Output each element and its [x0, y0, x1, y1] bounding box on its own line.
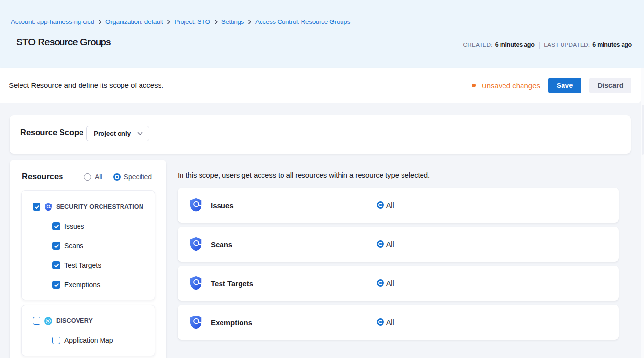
last-updated-value: 6 minutes ago [592, 42, 632, 48]
access-all-label[interactable]: All [386, 188, 394, 223]
chevron-right-icon [248, 20, 251, 24]
resource-type-card: Test Targets All [178, 266, 619, 301]
unsaved-changes-label: Unsaved changes [482, 82, 540, 90]
breadcrumb-item: Settings [221, 18, 255, 25]
chevron-right-icon [215, 20, 218, 24]
resource-type-row: Scans [22, 236, 155, 255]
access-all-radio[interactable] [377, 201, 384, 209]
resources-filter-radios: All Specified [84, 173, 152, 181]
toolbar-description: Select Resource and define its scope of … [9, 81, 163, 89]
chevron-right-icon [167, 20, 170, 24]
last-updated-label: LAST UPDATED: [544, 42, 590, 48]
resource-type-checkbox[interactable] [52, 261, 60, 269]
chevron-down-icon [137, 132, 143, 136]
sto-shield-icon [189, 276, 202, 292]
resource-scope-title: Resource Scope [20, 128, 83, 137]
resources-filter-option[interactable]: Specified [113, 173, 152, 181]
resources-filter-option[interactable]: All [84, 173, 102, 181]
sto-shield-icon [44, 203, 52, 211]
resource-type-checkbox[interactable] [52, 242, 60, 250]
sto-shield-icon [189, 198, 202, 214]
chevron-right-icon [99, 20, 101, 24]
resource-type-checkbox[interactable] [52, 281, 60, 289]
resource-type-row: Issues [22, 216, 155, 236]
unsaved-changes-status: Unsaved changes [472, 82, 540, 90]
access-all-label[interactable]: All [386, 305, 394, 340]
page-title: STO Resource Groups [16, 37, 111, 48]
resource-type-card: Exemptions All [178, 305, 619, 340]
breadcrumb: Account: app-harness-ng-cicd Organizatio… [11, 18, 350, 25]
breadcrumb-item: Access Control: Resource Groups [255, 18, 350, 25]
scrollbar-thumb[interactable] [642, 105, 644, 155]
access-all-label[interactable]: All [386, 266, 394, 301]
access-all-radio[interactable] [377, 279, 384, 287]
resources-title: Resources [22, 172, 63, 181]
resource-group-header: SECURITY ORCHESTRATION [22, 197, 155, 216]
resource-group-card: SECURITY ORCHESTRATION Issues Scans Test… [21, 190, 155, 300]
breadcrumb-item: Organization: default [105, 18, 174, 25]
toolbar-actions: Unsaved changes Save Discard [472, 78, 631, 93]
radio-icon[interactable] [113, 173, 121, 181]
resource-type-checkbox[interactable] [52, 337, 60, 344]
sto-shield-icon [189, 237, 202, 253]
radio-icon[interactable] [84, 173, 91, 181]
resource-type-row: Test Targets [22, 255, 155, 275]
save-button[interactable]: Save [548, 78, 581, 93]
resource-type-card: Issues All [178, 188, 619, 223]
resource-type-row: Exemptions [22, 275, 155, 295]
created-value: 6 minutes ago [495, 42, 535, 48]
meta-divider: | [539, 41, 541, 49]
group-checkbox[interactable] [33, 317, 40, 325]
unsaved-dot-icon [472, 84, 476, 87]
resource-scope-dropdown-value: Project only [94, 130, 137, 137]
resource-type-checkbox[interactable] [52, 222, 60, 230]
resource-group-card: DISCOVERY Application Map [21, 305, 155, 356]
discard-button[interactable]: Discard [589, 78, 631, 93]
resource-scope-dropdown[interactable]: Project only [86, 126, 149, 141]
scope-caption: In this scope, users get access to all r… [178, 171, 430, 179]
breadcrumb-item: Project: STO [174, 18, 221, 25]
access-all-label[interactable]: All [386, 227, 394, 262]
group-checkbox[interactable] [33, 203, 40, 211]
access-all-radio[interactable] [377, 240, 384, 248]
resource-group-header: DISCOVERY [22, 311, 155, 331]
sto-shield-icon [189, 315, 202, 331]
breadcrumb-item: Account: app-harness-ng-cicd [11, 18, 105, 25]
access-all-radio[interactable] [377, 318, 384, 326]
resource-type-card: Scans All [178, 227, 619, 262]
discovery-icon [44, 317, 52, 325]
resource-type-row: Application Map [22, 331, 155, 350]
page-header [0, 0, 644, 68]
created-label: CREATED: [463, 42, 492, 48]
header-meta: CREATED: 6 minutes ago | LAST UPDATED: 6… [463, 41, 632, 49]
